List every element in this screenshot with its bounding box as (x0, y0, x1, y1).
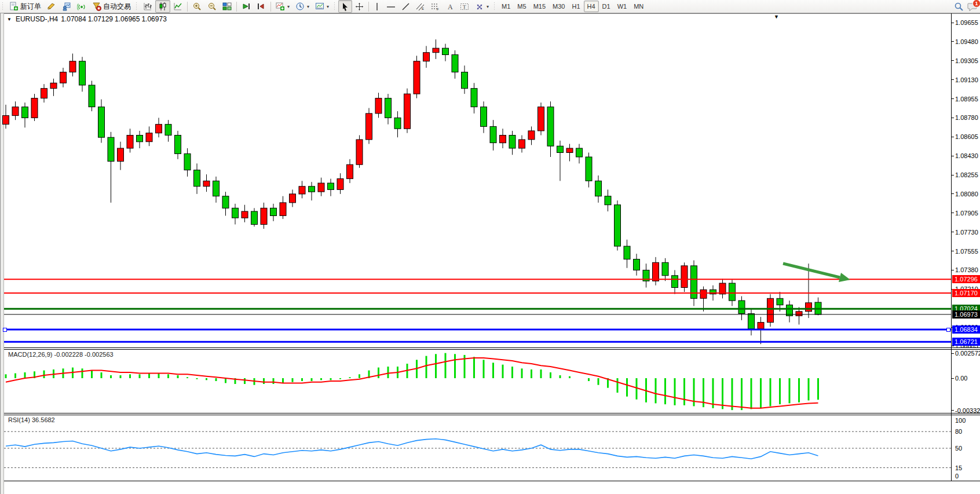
candle-body (12, 107, 19, 116)
chart-header: ▼ EURUSD-,H4 1.07084 1.07129 1.06965 1.0… (7, 15, 167, 23)
line-drag-handle[interactable] (946, 328, 950, 332)
timeframe-button-d1[interactable]: D1 (599, 1, 614, 12)
rsi-value: 36.5682 (32, 416, 55, 423)
trendline-tool-button[interactable] (398, 0, 413, 13)
rsi-axis-label: 50 (955, 445, 962, 452)
candle-body (576, 148, 583, 157)
line-chart-mode-button[interactable] (170, 0, 185, 13)
market-watch-button[interactable] (44, 0, 59, 13)
candle-body (566, 148, 573, 153)
price-tick-mark (951, 232, 954, 232)
timeframe-button-mn[interactable]: MN (630, 1, 647, 12)
candle-body (624, 246, 630, 259)
candle-body (337, 179, 343, 190)
trend-arrow-line[interactable] (783, 264, 840, 277)
candle-body (700, 290, 707, 298)
periods-dropdown-caret[interactable]: ▾ (307, 4, 309, 9)
indicators-dropdown-caret[interactable]: ▾ (287, 4, 290, 9)
notifications-chat-button[interactable]: 1 (967, 2, 978, 12)
trendline-icon (401, 2, 410, 11)
text-tool-button[interactable]: A (443, 0, 457, 13)
auto-trading-label: 自动交易 (103, 2, 131, 12)
auto-trading-button[interactable]: 自动交易 (89, 0, 134, 13)
new-order-icon (9, 2, 19, 11)
periods-clock-icon (295, 2, 305, 11)
cursor-tool-button[interactable] (338, 0, 352, 13)
auto-scroll-button[interactable] (239, 0, 254, 13)
crosshair-tool-button[interactable] (352, 0, 367, 13)
macd-signal-line (6, 358, 818, 408)
rsi-axis-label: 100 (955, 417, 966, 424)
macd-pane-bottom-border[interactable] (4, 413, 980, 414)
hline-price-label: 1.06973 (952, 310, 980, 319)
candle-body (586, 157, 592, 181)
fibonacci-tool-button[interactable]: F (428, 0, 443, 13)
auto-trading-icon (92, 2, 101, 11)
price-tick-label: 1.07730 (955, 229, 978, 236)
tile-windows-button[interactable] (220, 0, 235, 13)
candle-body (165, 125, 171, 136)
timeframe-button-m5[interactable]: M5 (514, 1, 529, 12)
templates-button[interactable]: ▾ (312, 0, 332, 13)
periods-button[interactable]: ▾ (292, 0, 312, 13)
indicators-button[interactable]: ▾ (273, 0, 292, 13)
timeframe-button-w1[interactable]: W1 (614, 1, 631, 12)
data-window-button[interactable] (59, 0, 74, 13)
timeframe-button-h1[interactable]: H1 (568, 1, 583, 12)
new-order-label: 新订单 (20, 2, 41, 12)
templates-dropdown-caret[interactable]: ▾ (327, 4, 329, 9)
toolbar-grip[interactable] (493, 2, 496, 11)
macd-axis-label: -0.003326 (955, 407, 980, 414)
candle-body (681, 266, 688, 288)
bar-chart-mode-button[interactable] (140, 0, 155, 13)
candlestick-mode-button[interactable] (155, 0, 170, 13)
candle-body (528, 131, 535, 140)
arrows-dropdown-caret[interactable]: ▾ (487, 4, 489, 9)
candle-body (452, 54, 458, 72)
timeframe-button-h4[interactable]: H4 (584, 1, 599, 12)
chart-title-symbol: EURUSD-,H4 (16, 15, 58, 23)
equidistant-channel-tool-button[interactable]: E (413, 0, 428, 13)
candle-body (232, 208, 239, 218)
price-tick-label: 1.09305 (955, 57, 978, 64)
timeframe-button-m15[interactable]: M15 (530, 1, 549, 12)
zoom-in-button[interactable] (189, 0, 204, 13)
zoom-out-icon (207, 2, 217, 11)
candle-body (729, 283, 736, 301)
window-splitter[interactable] (0, 13, 4, 494)
timeframe-button-m1[interactable]: M1 (498, 1, 514, 12)
rsi-label: RSI(14) 36.5682 (8, 416, 55, 423)
candle-body (423, 53, 430, 61)
hline-price-label: 1.06721 (952, 338, 980, 346)
candle-body (547, 107, 554, 147)
vertical-line-tool-button[interactable] (371, 0, 383, 13)
svg-text:F: F (437, 8, 439, 11)
chart-menu-caret[interactable]: ▼ (7, 17, 12, 22)
chart-shift-marker-icon[interactable]: ▼ (774, 14, 779, 20)
text-label-tool-button[interactable]: T (457, 0, 472, 13)
price-tick-label: 1.07380 (955, 266, 978, 273)
toolbar-grip[interactable] (334, 2, 337, 11)
timeframe-toolbar: M1M5M15M30H1H4D1W1MN (498, 1, 647, 12)
arrows-tool-button[interactable]: ▾ (472, 0, 492, 13)
timeframe-button-m30[interactable]: M30 (549, 1, 568, 12)
rsi-pane-top-border (4, 415, 980, 415)
chart-shift-button[interactable] (254, 0, 269, 13)
horizontal-line-tool-button[interactable] (383, 0, 398, 13)
toolbar-grip[interactable] (2, 2, 5, 11)
main-pane-bottom-border[interactable] (4, 347, 980, 348)
zoom-out-button[interactable] (204, 0, 220, 13)
new-order-button[interactable]: 新订单 (6, 0, 44, 13)
candle-body (347, 164, 353, 178)
signals-button[interactable] (74, 0, 89, 13)
chart-window[interactable]: ▼ EURUSD-,H4 1.07084 1.07129 1.06965 1.0… (0, 13, 980, 494)
toolbar-grip[interactable] (136, 2, 138, 11)
candle-body (299, 186, 305, 194)
candle-body (471, 89, 477, 107)
line-drag-handle[interactable] (3, 328, 7, 332)
candle-body (127, 136, 133, 149)
search-icon[interactable] (954, 2, 964, 12)
candle-body (79, 61, 86, 85)
chart-shift-icon (257, 2, 266, 11)
macd-axis-label: 0.00 (955, 375, 967, 382)
